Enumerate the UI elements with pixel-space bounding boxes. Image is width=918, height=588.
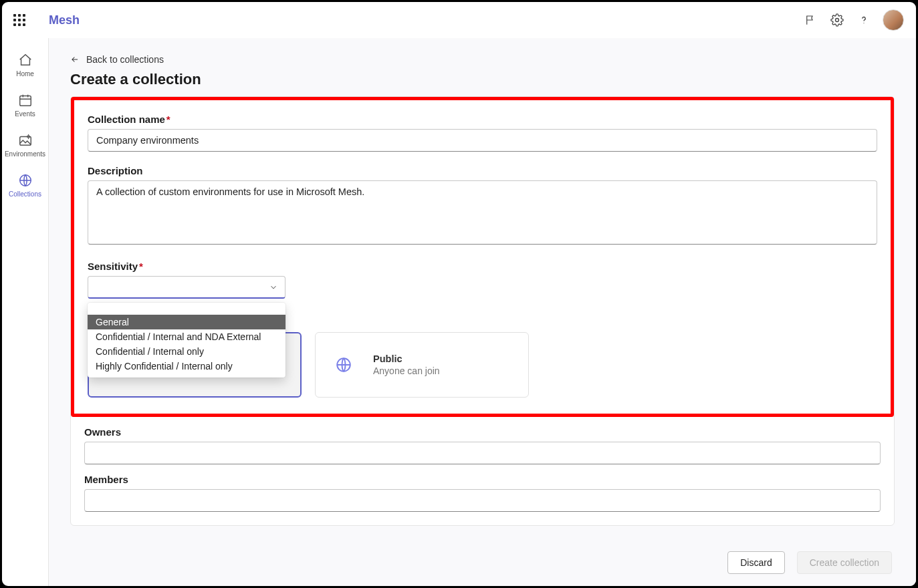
members-input[interactable] [84, 489, 881, 512]
sensitivity-option-highly-confidential[interactable]: Highly Confidential / Internal only [88, 359, 285, 374]
sensitivity-dropdown: General Confidential / Internal and NDA … [88, 303, 285, 378]
svg-point-1 [863, 23, 864, 23]
description-input[interactable] [88, 180, 877, 245]
home-icon [18, 53, 33, 67]
svg-rect-2 [19, 96, 31, 106]
help-icon[interactable] [850, 7, 877, 33]
highlighted-section: Collection name* Description Sensitivity… [71, 97, 894, 417]
description-label: Description [88, 165, 877, 176]
create-collection-button[interactable]: Create collection [797, 551, 892, 574]
svg-point-0 [836, 19, 839, 22]
sensitivity-option-general[interactable]: General [88, 315, 285, 329]
rail-label: Environments [5, 150, 45, 158]
waffle-icon[interactable] [11, 12, 27, 28]
left-rail: Home Events Environments Collections [2, 38, 49, 586]
app-title: Mesh [49, 13, 80, 27]
rail-label: Events [15, 110, 35, 118]
sensitivity-label: Sensitivity* [88, 261, 877, 272]
collection-name-input[interactable] [88, 129, 877, 152]
user-avatar[interactable] [883, 9, 904, 31]
image-sparkle-icon [18, 133, 33, 148]
svg-rect-3 [19, 136, 31, 145]
sensitivity-option-confidential-internal[interactable]: Confidential / Internal only [88, 344, 285, 359]
discard-button[interactable]: Discard [727, 551, 784, 574]
form-footer: Discard Create collection [727, 551, 892, 574]
collection-name-label: Collection name* [88, 114, 877, 125]
public-title: Public [373, 353, 440, 364]
chevron-down-icon [269, 283, 278, 292]
sensitivity-option-confidential-nda[interactable]: Confidential / Internal and NDA External [88, 329, 285, 344]
sensitivity-select[interactable] [88, 276, 285, 299]
form-panel: Collection name* Description Sensitivity… [70, 96, 895, 526]
back-to-collections-link[interactable]: Back to collections [70, 54, 164, 65]
back-label: Back to collections [86, 54, 164, 65]
rail-item-collections[interactable]: Collections [3, 165, 48, 205]
owners-input[interactable] [84, 442, 881, 464]
page-title: Create a collection [70, 71, 895, 88]
rail-item-environments[interactable]: Environments [3, 125, 48, 165]
top-bar: Mesh [2, 2, 916, 38]
calendar-icon [18, 93, 33, 108]
arrow-left-icon [70, 55, 80, 64]
globe-icon [18, 173, 33, 188]
main-content: Back to collections Create a collection … [49, 38, 916, 586]
rail-item-events[interactable]: Events [3, 85, 48, 125]
public-subtitle: Anyone can join [373, 365, 440, 376]
owners-label: Owners [84, 426, 881, 438]
globe-icon [328, 349, 360, 381]
rail-label: Collections [9, 190, 41, 198]
required-asterisk: * [166, 114, 170, 125]
rail-item-home[interactable]: Home [3, 45, 48, 85]
members-label: Members [84, 474, 881, 485]
required-asterisk: * [139, 261, 143, 272]
flag-icon[interactable] [797, 7, 824, 33]
rail-label: Home [16, 70, 34, 78]
settings-icon[interactable] [824, 7, 850, 33]
privacy-option-public[interactable]: Public Anyone can join [315, 332, 529, 398]
